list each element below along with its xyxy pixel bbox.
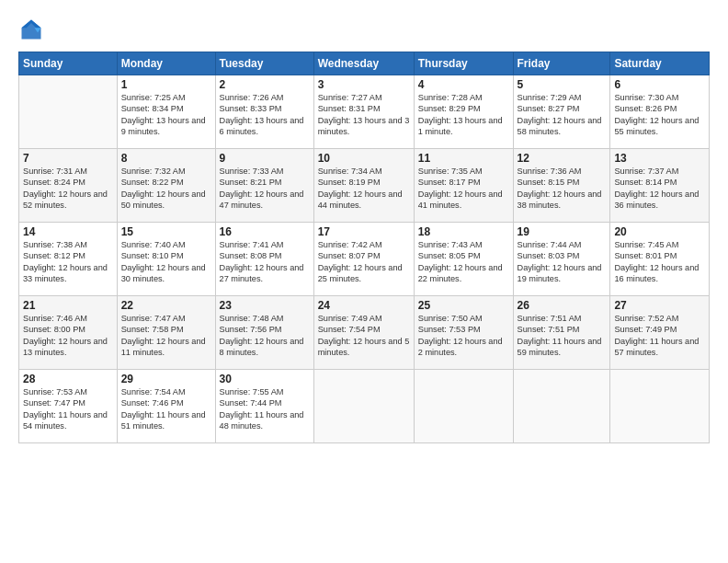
calendar-cell: 7Sunrise: 7:31 AM Sunset: 8:24 PM Daylig… [19,149,118,223]
day-info: Sunrise: 7:35 AM Sunset: 8:17 PM Dayligh… [418,166,509,212]
day-number: 15 [121,225,211,238]
day-info: Sunrise: 7:55 AM Sunset: 7:44 PM Dayligh… [220,386,310,432]
calendar-week-3: 21Sunrise: 7:46 AM Sunset: 8:00 PM Dayli… [19,296,710,370]
day-info: Sunrise: 7:36 AM Sunset: 8:15 PM Dayligh… [518,166,607,212]
calendar-cell: 3Sunrise: 7:27 AM Sunset: 8:31 PM Daylig… [313,75,414,149]
day-number: 28 [23,373,113,385]
calendar-cell: 15Sunrise: 7:40 AM Sunset: 8:10 PM Dayli… [117,223,215,296]
calendar-cell: 25Sunrise: 7:50 AM Sunset: 7:53 PM Dayli… [414,296,513,370]
day-info: Sunrise: 7:33 AM Sunset: 8:21 PM Dayligh… [220,166,310,212]
calendar-week-2: 14Sunrise: 7:38 AM Sunset: 8:12 PM Dayli… [19,223,710,296]
day-header-thursday: Thursday [414,52,513,75]
day-info: Sunrise: 7:28 AM Sunset: 8:29 PM Dayligh… [418,92,509,138]
day-info: Sunrise: 7:37 AM Sunset: 8:14 PM Dayligh… [614,166,705,212]
day-header-tuesday: Tuesday [215,52,313,75]
day-header-saturday: Saturday [610,52,710,75]
logo [18,17,48,42]
day-number: 3 [318,78,410,91]
day-header-friday: Friday [513,52,610,75]
day-info: Sunrise: 7:47 AM Sunset: 7:58 PM Dayligh… [121,313,211,359]
calendar-cell: 23Sunrise: 7:48 AM Sunset: 7:56 PM Dayli… [215,296,313,370]
calendar-cell: 6Sunrise: 7:30 AM Sunset: 8:26 PM Daylig… [610,75,710,149]
day-number: 16 [220,225,310,238]
calendar-cell: 27Sunrise: 7:52 AM Sunset: 7:49 PM Dayli… [610,296,710,370]
calendar-cell: 9Sunrise: 7:33 AM Sunset: 8:21 PM Daylig… [215,149,313,223]
day-info: Sunrise: 7:30 AM Sunset: 8:26 PM Dayligh… [614,92,705,138]
day-number: 2 [220,78,310,91]
day-info: Sunrise: 7:50 AM Sunset: 7:53 PM Dayligh… [418,313,509,359]
calendar-cell: 17Sunrise: 7:42 AM Sunset: 8:07 PM Dayli… [313,223,414,296]
calendar-week-1: 7Sunrise: 7:31 AM Sunset: 8:24 PM Daylig… [19,149,710,223]
calendar-week-0: 1Sunrise: 7:25 AM Sunset: 8:34 PM Daylig… [19,75,710,149]
calendar-cell: 19Sunrise: 7:44 AM Sunset: 8:03 PM Dayli… [513,223,610,296]
calendar-cell: 18Sunrise: 7:43 AM Sunset: 8:05 PM Dayli… [414,223,513,296]
day-info: Sunrise: 7:44 AM Sunset: 8:03 PM Dayligh… [518,239,607,285]
day-info: Sunrise: 7:26 AM Sunset: 8:33 PM Dayligh… [220,92,310,138]
day-number: 9 [220,152,310,165]
day-info: Sunrise: 7:38 AM Sunset: 8:12 PM Dayligh… [23,239,113,285]
day-number: 10 [318,152,410,165]
calendar-cell [513,370,610,443]
day-info: Sunrise: 7:40 AM Sunset: 8:10 PM Dayligh… [121,239,211,285]
day-info: Sunrise: 7:41 AM Sunset: 8:08 PM Dayligh… [220,239,310,285]
day-info: Sunrise: 7:42 AM Sunset: 8:07 PM Dayligh… [318,239,410,285]
day-number: 7 [23,152,113,165]
day-info: Sunrise: 7:46 AM Sunset: 8:00 PM Dayligh… [23,313,113,359]
day-header-wednesday: Wednesday [313,52,414,75]
calendar-cell: 24Sunrise: 7:49 AM Sunset: 7:54 PM Dayli… [313,296,414,370]
calendar-cell [313,370,414,443]
day-number: 17 [318,225,410,238]
calendar-cell: 28Sunrise: 7:53 AM Sunset: 7:47 PM Dayli… [19,370,118,443]
day-number: 21 [23,299,113,312]
calendar-cell [610,370,710,443]
calendar-table: SundayMondayTuesdayWednesdayThursdayFrid… [18,52,710,443]
calendar-cell: 2Sunrise: 7:26 AM Sunset: 8:33 PM Daylig… [215,75,313,149]
day-number: 5 [518,78,607,91]
day-number: 25 [418,299,509,312]
day-info: Sunrise: 7:31 AM Sunset: 8:24 PM Dayligh… [23,166,113,212]
day-info: Sunrise: 7:32 AM Sunset: 8:22 PM Dayligh… [121,166,211,212]
day-info: Sunrise: 7:27 AM Sunset: 8:31 PM Dayligh… [318,92,410,138]
day-number: 11 [418,152,509,165]
day-number: 20 [614,225,705,238]
day-info: Sunrise: 7:34 AM Sunset: 8:19 PM Dayligh… [318,166,410,212]
day-number: 13 [614,152,705,165]
calendar-cell: 16Sunrise: 7:41 AM Sunset: 8:08 PM Dayli… [215,223,313,296]
day-number: 22 [121,299,211,312]
day-info: Sunrise: 7:43 AM Sunset: 8:05 PM Dayligh… [418,239,509,285]
day-number: 14 [23,225,113,238]
day-number: 29 [121,373,211,385]
calendar-cell: 26Sunrise: 7:51 AM Sunset: 7:51 PM Dayli… [513,296,610,370]
day-info: Sunrise: 7:49 AM Sunset: 7:54 PM Dayligh… [318,313,410,359]
day-number: 4 [418,78,509,91]
calendar-header-row: SundayMondayTuesdayWednesdayThursdayFrid… [19,52,710,75]
calendar-cell: 13Sunrise: 7:37 AM Sunset: 8:14 PM Dayli… [610,149,710,223]
calendar-cell: 20Sunrise: 7:45 AM Sunset: 8:01 PM Dayli… [610,223,710,296]
day-info: Sunrise: 7:54 AM Sunset: 7:46 PM Dayligh… [121,386,211,432]
day-number: 18 [418,225,509,238]
calendar-cell: 22Sunrise: 7:47 AM Sunset: 7:58 PM Dayli… [117,296,215,370]
day-number: 6 [614,78,705,91]
calendar-cell: 29Sunrise: 7:54 AM Sunset: 7:46 PM Dayli… [117,370,215,443]
day-number: 19 [518,225,607,238]
day-info: Sunrise: 7:53 AM Sunset: 7:47 PM Dayligh… [23,386,113,432]
day-number: 24 [318,299,410,312]
calendar-cell: 1Sunrise: 7:25 AM Sunset: 8:34 PM Daylig… [117,75,215,149]
day-number: 27 [614,299,705,312]
day-number: 23 [220,299,310,312]
calendar-cell: 30Sunrise: 7:55 AM Sunset: 7:44 PM Dayli… [215,370,313,443]
calendar-cell: 11Sunrise: 7:35 AM Sunset: 8:17 PM Dayli… [414,149,513,223]
day-header-sunday: Sunday [19,52,118,75]
calendar-cell [19,75,118,149]
calendar-cell: 8Sunrise: 7:32 AM Sunset: 8:22 PM Daylig… [117,149,215,223]
day-info: Sunrise: 7:25 AM Sunset: 8:34 PM Dayligh… [121,92,211,138]
day-number: 1 [121,78,211,91]
calendar-cell: 10Sunrise: 7:34 AM Sunset: 8:19 PM Dayli… [313,149,414,223]
day-number: 26 [518,299,607,312]
day-info: Sunrise: 7:52 AM Sunset: 7:49 PM Dayligh… [614,313,705,359]
day-number: 30 [220,373,310,385]
calendar-cell: 21Sunrise: 7:46 AM Sunset: 8:00 PM Dayli… [19,296,118,370]
day-header-monday: Monday [117,52,215,75]
day-number: 8 [121,152,211,165]
calendar-cell: 14Sunrise: 7:38 AM Sunset: 8:12 PM Dayli… [19,223,118,296]
